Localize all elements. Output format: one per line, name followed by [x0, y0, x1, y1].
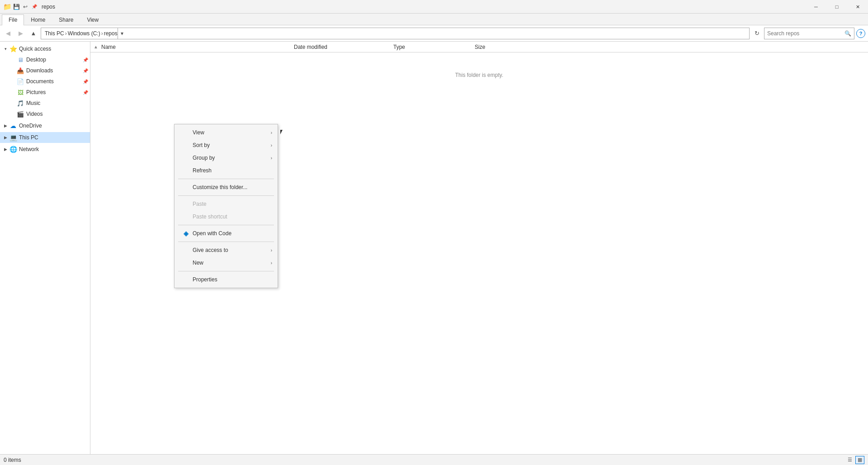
tab-share[interactable]: Share	[52, 14, 80, 25]
refresh-icon	[182, 166, 190, 175]
path-sep-1: ›	[65, 30, 67, 37]
view-arrow-icon: ›	[271, 130, 272, 135]
ctx-separator-1	[178, 179, 274, 179]
sidebar-item-downloads[interactable]: 📥 Downloads 📌	[0, 65, 90, 76]
ctx-item-open-with-code[interactable]: ◈ Open with Code	[175, 227, 278, 240]
sidebar: ▾ ⭐ Quick access 🖥 Desktop 📌 📥 Downloads…	[0, 42, 90, 454]
thispc-icon: 💻	[9, 133, 17, 142]
onedrive-icon: ☁	[9, 122, 17, 130]
sidebar-item-videos[interactable]: 🎬 Videos	[0, 109, 90, 119]
restore-button[interactable]: □	[826, 0, 847, 14]
search-input[interactable]	[767, 30, 844, 37]
ribbon-tabs: File Home Share View	[0, 14, 868, 25]
ctx-item-customize[interactable]: Customize this folder...	[175, 181, 278, 194]
paste-shortcut-icon	[182, 213, 190, 221]
music-label: Music	[26, 100, 40, 106]
onedrive-expand-icon: ▶	[2, 122, 9, 129]
title-bar-controls: ─ □ ✕	[806, 0, 868, 14]
sidebar-item-pictures[interactable]: 🖼 Pictures 📌	[0, 87, 90, 98]
onedrive-label: OneDrive	[19, 123, 42, 129]
documents-icon: 📄	[16, 77, 24, 85]
ctx-item-paste-shortcut[interactable]: Paste shortcut	[175, 210, 278, 223]
title-bar-title: repos	[42, 4, 55, 10]
paste-icon	[182, 200, 190, 208]
sortby-arrow-icon: ›	[271, 143, 272, 148]
ctx-item-sortby[interactable]: Sort by ›	[175, 139, 278, 152]
title-bar-icons: 📁 💾 ↩ 📌	[4, 3, 38, 10]
sort-up-button[interactable]: ▲	[92, 43, 99, 51]
desktop-pin-icon: 📌	[83, 57, 88, 62]
help-button[interactable]: ?	[856, 29, 865, 38]
column-type[interactable]: Type	[393, 44, 475, 50]
ctx-separator-5	[178, 271, 274, 271]
sidebar-item-documents[interactable]: 📄 Documents 📌	[0, 76, 90, 87]
address-path[interactable]: This PC › Windows (C:) › repos ▾	[41, 28, 750, 39]
context-menu: View › Sort by › Group by › Refresh Cust…	[174, 124, 278, 288]
main-layout: ▾ ⭐ Quick access 🖥 Desktop 📌 📥 Downloads…	[0, 42, 868, 454]
ctx-item-properties[interactable]: Properties	[175, 273, 278, 286]
status-details-view-button[interactable]: ▦	[855, 456, 864, 464]
status-item-count: 0 items	[4, 457, 21, 463]
sidebar-header-quickaccess[interactable]: ▾ ⭐ Quick access	[0, 43, 90, 54]
tab-home[interactable]: Home	[24, 14, 52, 25]
ctx-label-open-with-code: Open with Code	[193, 230, 272, 237]
documents-label: Documents	[26, 78, 54, 85]
refresh-button[interactable]: ↻	[751, 28, 762, 39]
thispc-label: This PC	[19, 134, 38, 141]
sidebar-section-quickaccess: ▾ ⭐ Quick access 🖥 Desktop 📌 📥 Downloads…	[0, 43, 90, 119]
save-icon[interactable]: 💾	[13, 3, 20, 10]
forward-button[interactable]: ▶	[15, 28, 26, 39]
ctx-item-give-access[interactable]: Give access to ›	[175, 244, 278, 256]
ctx-item-new[interactable]: New ›	[175, 256, 278, 269]
status-list-view-button[interactable]: ☰	[845, 456, 854, 464]
ctx-item-groupby[interactable]: Group by ›	[175, 152, 278, 164]
ctx-label-sortby: Sort by	[193, 142, 271, 148]
desktop-icon: 🖥	[16, 56, 24, 64]
close-button[interactable]: ✕	[847, 0, 868, 14]
ctx-separator-3	[178, 225, 274, 225]
tab-view[interactable]: View	[80, 14, 105, 25]
column-name[interactable]: Name	[99, 44, 294, 50]
search-box[interactable]: 🔍	[764, 28, 854, 39]
documents-pin-icon: 📌	[83, 79, 88, 84]
column-date-modified[interactable]: Date modified	[294, 44, 393, 50]
ctx-item-paste[interactable]: Paste	[175, 198, 278, 210]
ctx-separator-4	[178, 242, 274, 242]
sidebar-header-network[interactable]: ▶ 🌐 Network	[0, 144, 90, 155]
path-windows-c[interactable]: Windows (C:)	[68, 30, 100, 37]
sidebar-header-thispc[interactable]: ▶ 💻 This PC	[0, 132, 90, 143]
title-bar: 📁 💾 ↩ 📌 repos ─ □ ✕	[0, 0, 868, 14]
address-bar: ◀ ▶ ▲ This PC › Windows (C:) › repos ▾ ↻…	[0, 25, 868, 42]
downloads-icon: 📥	[16, 66, 24, 75]
downloads-pin-icon: 📌	[83, 68, 88, 73]
sidebar-header-onedrive[interactable]: ▶ ☁ OneDrive	[0, 120, 90, 131]
status-bar: 0 items ☰ ▦	[0, 454, 868, 465]
ctx-label-paste-shortcut: Paste shortcut	[193, 214, 272, 220]
sidebar-item-music[interactable]: 🎵 Music	[0, 98, 90, 109]
sortby-icon	[182, 141, 190, 149]
path-this-pc[interactable]: This PC	[45, 30, 64, 37]
undo-icon[interactable]: ↩	[22, 3, 29, 10]
music-icon: 🎵	[16, 99, 24, 107]
ctx-label-view: View	[193, 129, 271, 136]
ctx-label-properties: Properties	[193, 276, 272, 283]
vscode-icon: ◈	[182, 229, 190, 237]
back-button[interactable]: ◀	[3, 28, 14, 39]
search-icon: 🔍	[844, 30, 851, 37]
network-icon: 🌐	[9, 145, 17, 153]
tab-file[interactable]: File	[2, 14, 24, 25]
sidebar-item-desktop[interactable]: 🖥 Desktop 📌	[0, 54, 90, 65]
path-repos[interactable]: repos	[104, 30, 118, 37]
view-icon	[182, 128, 190, 137]
pin-icon[interactable]: 📌	[31, 3, 38, 10]
downloads-label: Downloads	[26, 67, 53, 74]
minimize-button[interactable]: ─	[806, 0, 826, 14]
give-access-arrow-icon: ›	[271, 248, 272, 253]
column-size[interactable]: Size	[475, 44, 533, 50]
quickaccess-label: Quick access	[19, 46, 51, 52]
up-button[interactable]: ▲	[28, 28, 39, 39]
ctx-label-refresh: Refresh	[193, 167, 272, 174]
ctx-item-view[interactable]: View ›	[175, 126, 278, 139]
address-dropdown[interactable]: ▾	[118, 28, 127, 39]
ctx-item-refresh[interactable]: Refresh	[175, 164, 278, 177]
